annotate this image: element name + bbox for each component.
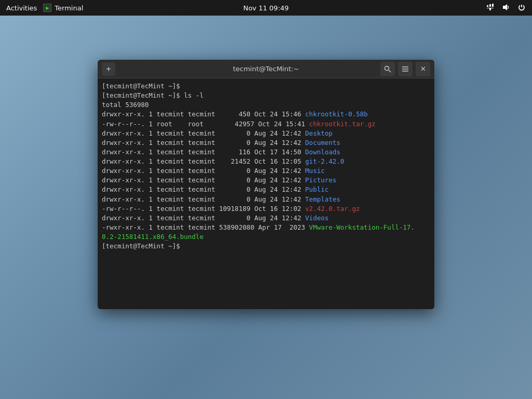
new-tab-button[interactable]: + bbox=[102, 62, 115, 76]
line-6: drwxr-xr-x. 1 tecmint tecmint 0 Aug 24 1… bbox=[102, 129, 430, 138]
line-8: drwxr-xr-x. 1 tecmint tecmint 116 Oct 17… bbox=[102, 148, 430, 157]
line-16: -rwxr-xr-x. 1 tecmint tecmint 538902080 … bbox=[102, 223, 430, 232]
svg-rect-2 bbox=[492, 4, 494, 7]
line-1: [tecmint@TecMint ~]$ bbox=[102, 82, 430, 91]
topbar: Activities ▶ Terminal Nov 11 09:49 bbox=[0, 0, 532, 16]
terminal-window: + tecmint@TecMint:~ ✕ bbox=[98, 60, 434, 309]
line-5: -rw-r--r--. 1 root root 42957 Oct 24 15:… bbox=[102, 119, 430, 129]
svg-point-6 bbox=[385, 66, 389, 70]
line-18: [tecmint@TecMint ~]$ bbox=[102, 242, 430, 251]
search-button[interactable] bbox=[380, 62, 395, 76]
menu-button[interactable] bbox=[398, 62, 413, 76]
topbar-datetime: Nov 11 09:49 bbox=[243, 4, 289, 12]
power-icon[interactable] bbox=[517, 3, 526, 13]
titlebar-right: ✕ bbox=[380, 62, 430, 76]
topbar-right bbox=[486, 3, 526, 13]
line-15: drwxr-xr-x. 1 tecmint tecmint 0 Aug 24 1… bbox=[102, 214, 430, 223]
svg-marker-5 bbox=[503, 4, 507, 10]
network-icon[interactable] bbox=[486, 3, 495, 13]
line-9: drwxr-xr-x. 1 tecmint tecmint 21452 Oct … bbox=[102, 157, 430, 166]
svg-rect-0 bbox=[487, 5, 488, 7]
svg-line-7 bbox=[389, 70, 391, 72]
terminal-titlebar: + tecmint@TecMint:~ ✕ bbox=[98, 60, 434, 78]
svg-rect-3 bbox=[487, 8, 494, 8]
line-10: drwxr-xr-x. 1 tecmint tecmint 0 Aug 24 1… bbox=[102, 166, 430, 176]
svg-rect-10 bbox=[402, 71, 408, 72]
terminal-title: tecmint@TecMint:~ bbox=[233, 65, 299, 73]
terminal-content[interactable]: [tecmint@TecMint ~]$ [tecmint@TecMint ~]… bbox=[98, 78, 434, 309]
desktop: Activities ▶ Terminal Nov 11 09:49 bbox=[0, 0, 532, 399]
line-17: 0.2-21581411.x86_64.bundle bbox=[102, 232, 430, 242]
close-button[interactable]: ✕ bbox=[416, 62, 430, 76]
line-11: drwxr-xr-x. 1 tecmint tecmint 0 Aug 24 1… bbox=[102, 176, 430, 185]
svg-rect-9 bbox=[402, 69, 408, 70]
line-14: -rw-r--r--. 1 tecmint tecmint 10918189 O… bbox=[102, 204, 430, 214]
svg-rect-1 bbox=[489, 4, 491, 7]
terminal-app-label: Terminal bbox=[55, 4, 83, 12]
titlebar-left: + bbox=[102, 62, 115, 76]
volume-icon[interactable] bbox=[502, 3, 510, 13]
line-12: drwxr-xr-x. 1 tecmint tecmint 0 Aug 24 1… bbox=[102, 185, 430, 194]
terminal-app-indicator: ▶ Terminal bbox=[43, 4, 83, 12]
terminal-app-icon: ▶ bbox=[43, 4, 51, 12]
line-3: total 536980 bbox=[102, 100, 430, 110]
topbar-left: Activities ▶ Terminal bbox=[6, 4, 83, 12]
svg-rect-8 bbox=[402, 66, 408, 68]
line-13: drwxr-xr-x. 1 tecmint tecmint 0 Aug 24 1… bbox=[102, 195, 430, 204]
line-4: drwxr-xr-x. 1 tecmint tecmint 450 Oct 24… bbox=[102, 110, 430, 119]
line-2: [tecmint@TecMint ~]$ ls -l bbox=[102, 91, 430, 100]
svg-rect-4 bbox=[489, 8, 491, 10]
line-7: drwxr-xr-x. 1 tecmint tecmint 0 Aug 24 1… bbox=[102, 138, 430, 148]
activities-button[interactable]: Activities bbox=[6, 4, 37, 12]
